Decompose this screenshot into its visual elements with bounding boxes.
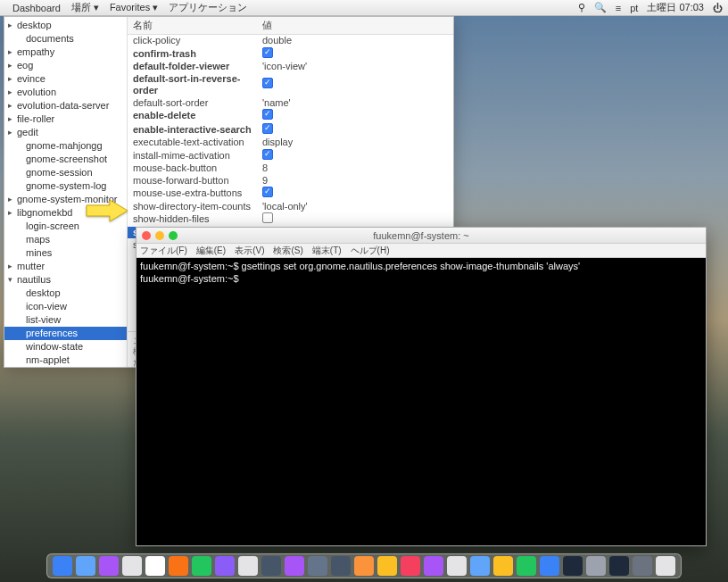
term-menu-item[interactable]: ヘルプ(H) — [351, 245, 390, 257]
tree-node-evolution-data-server[interactable]: evolution-data-server — [4, 99, 127, 112]
key-row-default-sort-order[interactable]: default-sort-order'name' — [128, 97, 453, 110]
key-row-show-directory-item-counts[interactable]: show-directory-item-counts'local-only' — [128, 201, 453, 213]
terminal-menubar[interactable]: ファイル(F)編集(E)表示(V)検索(S)端末(T)ヘルプ(H) — [136, 244, 706, 258]
menu-icon[interactable]: ≡ — [616, 3, 621, 13]
key-value[interactable] — [262, 78, 448, 92]
user-label[interactable]: pt — [630, 3, 638, 13]
checkbox[interactable] — [262, 123, 273, 134]
dock-icon-26[interactable] — [656, 556, 675, 576]
tree-node-file-roller[interactable]: file-roller — [4, 112, 127, 126]
dock-icon-9[interactable] — [261, 556, 281, 576]
key-row-mouse-forward-button[interactable]: mouse-forward-button9 — [128, 175, 453, 187]
tree-node-nautilus[interactable]: nautilus — [4, 273, 127, 287]
key-row-enable-delete[interactable]: enable-delete — [128, 109, 453, 123]
tree-node-gnome-mahjongg[interactable]: gnome-mahjongg — [4, 139, 127, 153]
key-value[interactable]: 8 — [262, 162, 448, 175]
tree-node-evolution[interactable]: evolution — [4, 86, 127, 99]
checkbox[interactable] — [262, 109, 273, 120]
key-row-enable-interactive-search[interactable]: enable-interactive-search — [128, 123, 453, 137]
tree-node-nm-applet[interactable]: nm-applet — [4, 353, 127, 367]
checkbox[interactable] — [262, 78, 273, 88]
menu-favorites[interactable]: Favorites ▾ — [110, 2, 158, 13]
tree-node-preferences[interactable]: preferences — [4, 327, 127, 340]
dock-icon-6[interactable] — [192, 556, 211, 576]
term-menu-item[interactable]: 検索(S) — [273, 245, 302, 257]
key-value[interactable] — [262, 187, 448, 201]
term-menu-item[interactable]: 端末(T) — [312, 245, 342, 257]
dock-icon-16[interactable] — [424, 556, 443, 576]
tree-node-desktop[interactable]: desktop — [4, 287, 127, 300]
menu-places[interactable]: 場所 ▾ — [71, 1, 99, 14]
terminal-body[interactable]: fuukemn@f-system:~$ gsettings set org.gn… — [136, 258, 706, 545]
dock-icon-1[interactable] — [76, 556, 95, 576]
dock-icon-5[interactable] — [169, 556, 188, 576]
dock-icon-24[interactable] — [609, 556, 629, 576]
dock-icon-21[interactable] — [540, 556, 559, 576]
dock-icon-17[interactable] — [447, 556, 467, 576]
key-value[interactable]: 9 — [262, 175, 448, 187]
tree-node-gedit[interactable]: gedit — [4, 126, 127, 139]
key-value[interactable]: 'icon-view' — [262, 61, 448, 73]
dock-icon-25[interactable] — [633, 556, 652, 576]
dock-icon-7[interactable] — [215, 556, 235, 576]
key-value[interactable] — [262, 123, 448, 137]
menu-applications[interactable]: アプリケーション — [169, 1, 247, 14]
key-row-mouse-use-extra-buttons[interactable]: mouse-use-extra-buttons — [128, 187, 453, 201]
key-value[interactable] — [262, 109, 448, 123]
key-row-click-policy[interactable]: click-policydouble — [128, 35, 453, 47]
key-row-install-mime-activation[interactable]: install-mime-activation — [128, 149, 453, 163]
tree-node-mutter[interactable]: mutter — [4, 260, 127, 273]
key-row-mouse-back-button[interactable]: mouse-back-button8 — [128, 162, 453, 175]
dock-icon-22[interactable] — [563, 556, 583, 576]
tree-node-gnome-session[interactable]: gnome-session — [4, 166, 127, 179]
dock-icon-0[interactable] — [53, 556, 72, 576]
key-row-default-sort-in-reverse-order[interactable]: default-sort-in-reverse-order — [128, 73, 453, 97]
dock-icon-3[interactable] — [122, 556, 142, 576]
term-menu-item[interactable]: 編集(E) — [196, 245, 226, 257]
key-row-executable-text-activation[interactable]: executable-text-activationdisplay — [128, 137, 453, 149]
dock-icon-18[interactable] — [470, 556, 490, 576]
tree-node-icon-view[interactable]: icon-view — [4, 300, 127, 313]
tree-node-desktop[interactable]: desktop — [4, 19, 127, 32]
dock-icon-19[interactable] — [493, 556, 513, 576]
tree-node-evince[interactable]: evince — [4, 72, 127, 86]
checkbox[interactable] — [262, 47, 273, 58]
term-menu-item[interactable]: ファイル(F) — [140, 245, 187, 257]
power-icon[interactable]: ⏻ — [713, 3, 723, 13]
key-row-confirm-trash[interactable]: confirm-trash — [128, 47, 453, 62]
schema-tree[interactable]: desktopdocumentsempathyeogevinceevolutio… — [4, 17, 128, 367]
dock-icon-14[interactable] — [377, 556, 397, 576]
clock-label[interactable]: 土曜日 07:03 — [647, 1, 704, 14]
key-value[interactable]: 'name' — [262, 97, 448, 110]
dock-icon-2[interactable] — [99, 556, 119, 576]
dock-icon-23[interactable] — [586, 556, 606, 576]
dock-icon-12[interactable] — [331, 556, 351, 576]
dock-icon-4[interactable] — [145, 556, 165, 576]
key-value[interactable]: 'local-only' — [262, 201, 448, 213]
menu-dashboard[interactable]: Dashboard — [12, 3, 61, 13]
dock-icon-15[interactable] — [401, 556, 420, 576]
tree-node-gnome-screenshot[interactable]: gnome-screenshot — [4, 153, 127, 166]
dock-icon-8[interactable] — [238, 556, 258, 576]
tree-node-empathy[interactable]: empathy — [4, 46, 127, 59]
checkbox[interactable] — [262, 149, 273, 160]
key-row-show-hidden-files[interactable]: show-hidden-files — [128, 212, 453, 227]
key-value[interactable] — [262, 149, 448, 163]
checkbox[interactable] — [262, 187, 273, 197]
tree-node-eog[interactable]: eog — [4, 59, 127, 72]
tree-node-maps[interactable]: maps — [4, 233, 127, 246]
key-row-default-folder-viewer[interactable]: default-folder-viewer'icon-view' — [128, 61, 453, 73]
key-value[interactable]: double — [262, 35, 448, 47]
dock-icon-20[interactable] — [517, 556, 536, 576]
spotlight-icon[interactable]: ⚲ — [578, 2, 585, 13]
tree-node-mines[interactable]: mines — [4, 246, 127, 260]
tree-node-gnome-system-log[interactable]: gnome-system-log — [4, 179, 127, 193]
terminal-titlebar[interactable]: fuukemn@f-system: ~ — [136, 228, 706, 244]
term-menu-item[interactable]: 表示(V) — [235, 245, 264, 257]
search-icon[interactable]: 🔍 — [594, 2, 607, 13]
tree-node-documents[interactable]: documents — [4, 32, 127, 46]
dock-icon-13[interactable] — [354, 556, 374, 576]
dock-icon-11[interactable] — [308, 556, 327, 576]
key-value[interactable] — [262, 47, 448, 62]
dock-icon-10[interactable] — [285, 556, 304, 576]
